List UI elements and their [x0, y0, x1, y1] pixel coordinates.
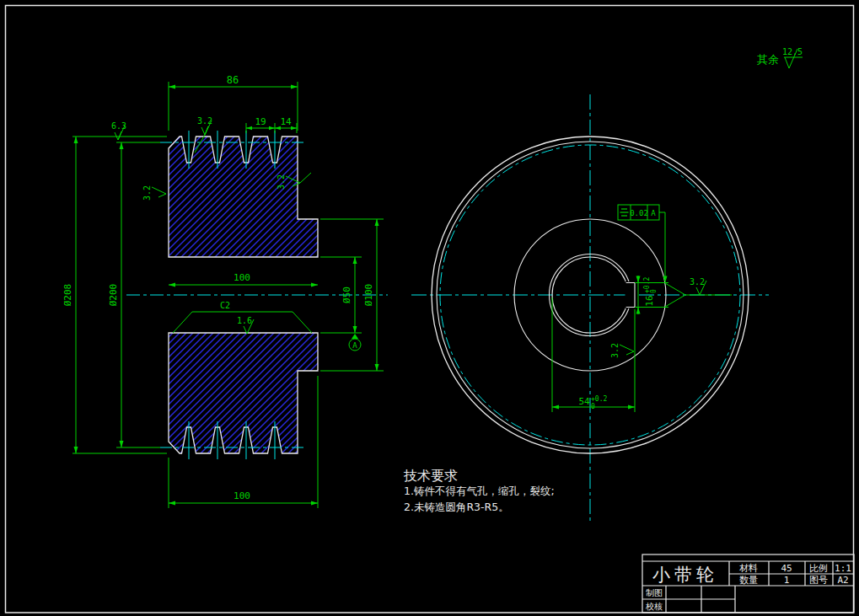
arrow	[74, 137, 78, 143]
sheet-border	[6, 6, 854, 613]
datum-label: A	[352, 341, 357, 350]
roughness-value: 3.2	[276, 174, 286, 190]
dim-groove-pitch: 19	[255, 116, 266, 127]
arrow	[74, 447, 78, 453]
arrow	[291, 85, 298, 89]
arrow	[269, 126, 275, 130]
arrow	[663, 276, 668, 283]
material-value: 45	[781, 563, 792, 574]
dim-lower-tol: 0	[650, 289, 658, 293]
dim-keyway-depth: 54	[578, 396, 590, 407]
drawing-canvas: 86 19 14 3.2 6.3 3.2	[0, 0, 859, 616]
roughness-6-3: 6.3	[111, 121, 126, 140]
arrow	[552, 405, 559, 410]
arrow	[291, 126, 297, 130]
dim-hub-length: 100	[234, 272, 250, 283]
quantity-label: 数量	[739, 575, 758, 586]
surface-note-value: 12.5	[782, 47, 803, 56]
arrow	[246, 126, 252, 130]
symmetry-symbol-icon	[620, 209, 629, 216]
arrow	[375, 364, 379, 371]
surface-note-prefix: 其余	[757, 53, 779, 66]
drawing-no-value: A2	[837, 575, 848, 586]
roughness-value: 1.6	[237, 316, 252, 325]
arrow	[311, 501, 318, 506]
arrow	[120, 441, 124, 447]
side-view: 0.02 A 16 +0.2 0 3.2 3.2	[411, 94, 769, 522]
dim-86-lines	[169, 82, 298, 131]
roughness-value: 3.2	[142, 185, 152, 201]
arrow	[120, 142, 124, 149]
arrow	[169, 283, 175, 287]
roughness-keyway-face: 3.2	[610, 343, 634, 358]
scale-value: 1:1	[835, 563, 851, 574]
dim-total-length: 100	[234, 490, 250, 501]
section-hatch-bottom	[169, 333, 318, 453]
roughness-keyway-side: 3.2	[690, 277, 706, 295]
drawn-by-label: 制图	[646, 588, 663, 597]
arrow	[353, 257, 357, 264]
arrow	[169, 501, 175, 506]
general-roughness-note: 其余 12.5	[757, 47, 803, 68]
arrow	[353, 326, 357, 333]
roughness-value: 3.2	[197, 116, 212, 126]
scale-label: 比例	[809, 563, 828, 574]
roughness-value: 3.2	[610, 343, 620, 358]
arrow	[169, 85, 175, 89]
part-name: 小带轮	[652, 565, 718, 585]
dim-pitch-diameter: Ø200	[108, 284, 119, 307]
dim-edge-distance: 14	[280, 116, 292, 127]
tolerance-datum: A	[651, 209, 656, 217]
tech-requirements: 技术要求 1.铸件不得有气孔，缩孔，裂纹; 2.未铸造圆角R3-R5。	[403, 468, 555, 513]
arrow	[311, 283, 318, 287]
roughness-value: 3.2	[690, 277, 705, 287]
dim-bore-diameter: Ø50	[341, 287, 352, 303]
tolerance-frame: 0.02 A	[618, 205, 668, 283]
datum-feature-symbol: A	[349, 334, 361, 351]
dim-upper-tol: +0.2	[591, 395, 607, 403]
arrow	[375, 219, 379, 226]
dim-hub-diameter: Ø100	[363, 284, 374, 307]
roughness-value: 6.3	[111, 121, 126, 131]
title-block: 小带轮 材料 45 比例 1:1 数量 1 图号 A2 制图 校核	[642, 554, 854, 613]
section-hatch-top	[169, 137, 318, 257]
quantity-value: 1	[784, 575, 790, 586]
dim-overall-width: 86	[227, 74, 239, 86]
tech-requirements-title: 技术要求	[403, 468, 458, 484]
roughness-keyway: 1.6	[237, 316, 254, 334]
roughness-left-face: 3.2	[142, 185, 166, 201]
tech-requirement-item: 1.铸件不得有气孔，缩孔，裂纹;	[404, 485, 555, 497]
arrow	[636, 308, 641, 314]
checked-by-label: 校核	[645, 602, 663, 611]
dim-value: 16	[644, 295, 655, 306]
arrow	[636, 276, 641, 283]
material-label: 材料	[739, 563, 758, 574]
dim-keyway-width-text: 16 +0.2 0	[643, 277, 658, 307]
dim-lower-tol: 0	[591, 403, 595, 410]
dim-outer-diameter: Ø208	[62, 284, 73, 307]
drawing-no-label: 图号	[809, 575, 828, 586]
tolerance-value: 0.02	[630, 209, 648, 217]
cad-drawing-sheet: 86 19 14 3.2 6.3 3.2	[0, 0, 859, 616]
front-view: 86 19 14 3.2 6.3 3.2	[62, 74, 388, 508]
tech-requirement-item: 2.未铸造圆角R3-R5。	[404, 501, 509, 513]
arrow	[628, 405, 635, 410]
chamfer-note: C2	[220, 301, 230, 310]
